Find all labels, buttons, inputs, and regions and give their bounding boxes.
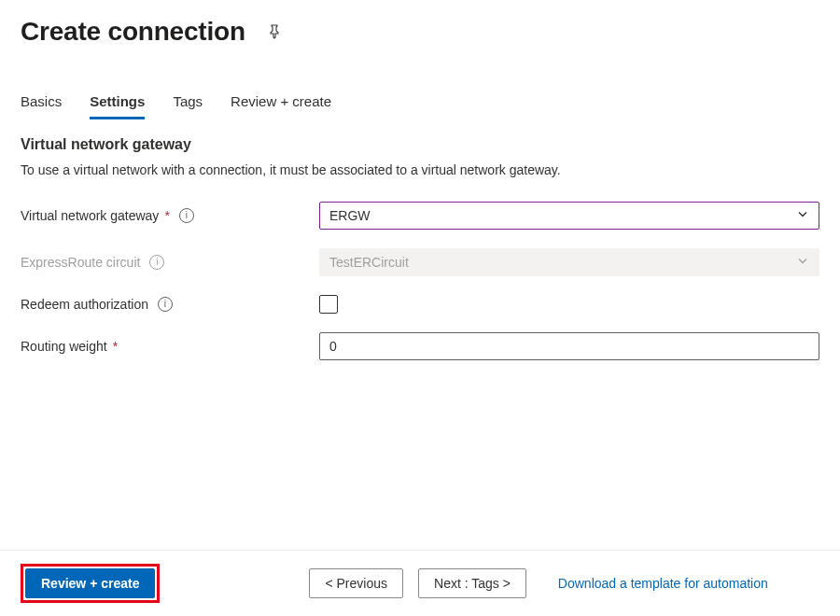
checkbox-redeem-authorization[interactable]	[319, 295, 338, 314]
tab-tags[interactable]: Tags	[173, 93, 203, 119]
select-expressroute-circuit: TestERCircuit	[319, 248, 819, 276]
footer-bar: Review + create < Previous Next : Tags >…	[0, 551, 840, 616]
info-icon[interactable]: i	[179, 208, 194, 223]
tab-settings[interactable]: Settings	[90, 93, 145, 119]
row-expressroute-circuit: ExpressRoute circuit i TestERCircuit	[21, 248, 819, 276]
required-star-icon: *	[164, 208, 169, 223]
label-virtual-network-gateway: Virtual network gateway * i	[21, 208, 319, 223]
download-template-link[interactable]: Download a template for automation	[558, 576, 768, 591]
required-star-icon: *	[113, 339, 118, 354]
tab-review-create[interactable]: Review + create	[231, 93, 331, 119]
input-routing-weight[interactable]	[319, 332, 819, 360]
select-value-vng: ERGW	[329, 208, 371, 223]
row-redeem-authorization: Redeem authorization i	[21, 295, 819, 314]
page-title: Create connection	[21, 17, 245, 47]
next-button[interactable]: Next : Tags >	[418, 568, 526, 598]
label-text-weight: Routing weight	[21, 339, 107, 354]
select-value-er: TestERCircuit	[329, 255, 409, 270]
tabs-bar: Basics Settings Tags Review + create	[0, 93, 840, 119]
tab-basics[interactable]: Basics	[21, 93, 62, 119]
chevron-down-icon	[796, 208, 809, 224]
section-description: To use a virtual network with a connecti…	[21, 162, 819, 177]
label-expressroute-circuit: ExpressRoute circuit i	[21, 255, 319, 270]
chevron-down-icon	[796, 255, 809, 271]
label-text-er: ExpressRoute circuit	[21, 255, 140, 270]
previous-button[interactable]: < Previous	[309, 568, 403, 598]
info-icon[interactable]: i	[158, 297, 173, 312]
review-create-button[interactable]: Review + create	[25, 568, 155, 598]
select-virtual-network-gateway[interactable]: ERGW	[319, 202, 819, 230]
label-text-vng: Virtual network gateway	[21, 208, 159, 223]
row-virtual-network-gateway: Virtual network gateway * i ERGW	[21, 202, 819, 230]
info-icon[interactable]: i	[149, 255, 164, 270]
row-routing-weight: Routing weight *	[21, 332, 819, 360]
label-routing-weight: Routing weight *	[21, 339, 319, 354]
pin-icon[interactable]	[266, 23, 283, 40]
highlight-box: Review + create	[21, 564, 160, 603]
section-title: Virtual network gateway	[21, 136, 819, 153]
label-redeem-authorization: Redeem authorization i	[21, 297, 319, 312]
label-text-redeem: Redeem authorization	[21, 297, 148, 312]
